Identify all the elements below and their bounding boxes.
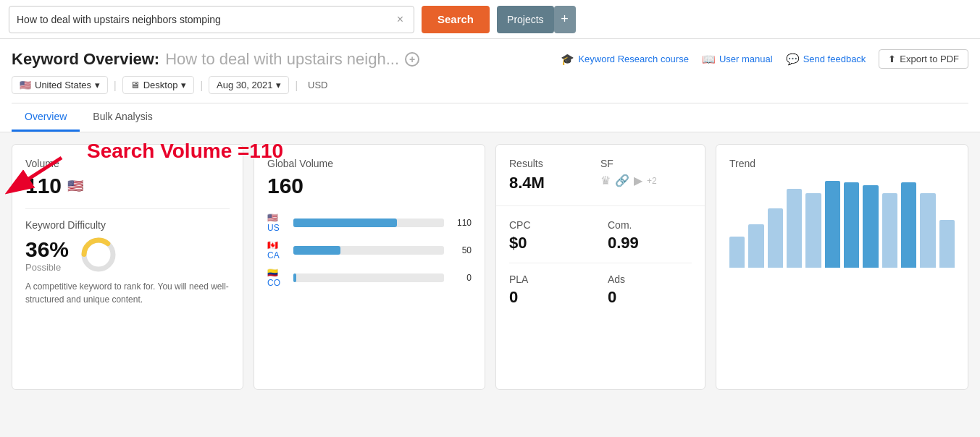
co-bar-label: 🇨🇴 CO [267, 268, 288, 288]
filter-sep-2: | [197, 80, 206, 91]
kd-donut-chart [79, 235, 118, 274]
kd-possible: Possible [25, 262, 69, 273]
filter-sep-3: | [292, 80, 301, 91]
title-prefix: Keyword Overview: [12, 50, 159, 69]
results-col: Results 8.4M [509, 158, 600, 192]
us-bar-label: 🇺🇸 US [267, 213, 288, 233]
send-feedback-link[interactable]: 💬 Send feedback [786, 53, 866, 66]
search-input[interactable] [17, 14, 394, 25]
trend-bar [863, 185, 878, 268]
kd-value: 36% [25, 237, 69, 262]
tabs-row: Overview Bulk Analysis [12, 103, 968, 132]
main-content: Search Volume =110 Volume 110 🇺🇸 Keyword… [0, 132, 980, 402]
date-label: Aug 30, 2021 [217, 80, 272, 90]
add-keyword-icon[interactable]: + [405, 52, 419, 67]
com-value: 0.99 [608, 234, 692, 253]
trend-chart [729, 174, 955, 268]
projects-plus-button[interactable]: + [554, 6, 576, 33]
trend-bar [768, 208, 783, 268]
graduation-icon: 🎓 [561, 53, 574, 66]
global-volume-card: Global Volume 160 🇺🇸 US 110 🇨🇦 CA 50 [254, 144, 485, 390]
pla-metric: PLA 0 [509, 273, 593, 307]
cpc-metric: CPC $0 [509, 219, 593, 253]
user-manual-label: User manual [719, 54, 773, 64]
us-bar-value: 110 [450, 218, 472, 228]
chevron-down-icon: ▾ [95, 80, 100, 90]
filter-sep-1: | [111, 80, 120, 91]
device-label: Desktop [143, 80, 178, 90]
keyword-research-course-link[interactable]: 🎓 Keyword Research course [561, 53, 688, 66]
trend-bar [825, 181, 840, 268]
ca-bar-track [293, 246, 444, 255]
trend-bar [920, 193, 935, 268]
ca-bar-fill [293, 246, 340, 255]
ads-value: 0 [608, 288, 692, 307]
search-button[interactable]: Search [422, 6, 490, 33]
sf-icons: ♛ 🔗 ▶ +2 [600, 174, 692, 187]
pla-label: PLA [509, 273, 593, 285]
kd-label: Keyword Difficulty [25, 219, 230, 231]
book-icon: 📖 [702, 53, 716, 66]
country-label: United States [35, 80, 91, 90]
results-label: Results [509, 158, 600, 169]
co-bar-track [293, 273, 444, 282]
top-bar: × Search Projects + [0, 0, 980, 39]
sf-plus-label: +2 [647, 176, 657, 186]
crown-icon: ♛ [600, 174, 611, 187]
tab-overview[interactable]: Overview [12, 103, 80, 132]
trend-bar [805, 193, 821, 268]
export-button[interactable]: ⬆ Export to PDF [879, 49, 968, 69]
user-manual-link[interactable]: 📖 User manual [702, 53, 773, 66]
date-filter[interactable]: Aug 30, 2021 ▾ [209, 76, 289, 94]
ads-metric: Ads 0 [608, 273, 692, 307]
com-metric: Com. 0.99 [608, 219, 692, 253]
cpc-label: CPC [509, 219, 593, 231]
header-section: Keyword Overview: How to deal with upsta… [0, 39, 980, 132]
trend-label: Trend [729, 158, 955, 169]
clear-icon[interactable]: × [394, 12, 406, 27]
results-top: Results 8.4M SF ♛ 🔗 ▶ +2 [496, 145, 705, 206]
kd-row: 36% Possible [25, 235, 230, 274]
trend-card: Trend [716, 144, 968, 390]
header-top: Keyword Overview: How to deal with upsta… [12, 49, 968, 69]
results-bottom: CPC $0 Com. 0.99 PLA 0 Ads 0 [496, 206, 705, 320]
export-icon: ⬆ [888, 54, 896, 64]
trend-bar [729, 237, 745, 268]
country-filter[interactable]: 🇺🇸 United States ▾ [12, 76, 108, 94]
volume-value: 110 [25, 174, 62, 198]
export-label: Export to PDF [900, 54, 959, 64]
title-keyword: How to deal with upstairs neigh... [165, 50, 399, 69]
volume-divider [25, 208, 230, 209]
device-filter[interactable]: 🖥 Desktop ▾ [122, 76, 195, 94]
trend-bar [882, 193, 897, 268]
chat-icon: 💬 [786, 53, 800, 66]
results-card: Results 8.4M SF ♛ 🔗 ▶ +2 CPC [495, 144, 705, 390]
send-feedback-label: Send feedback [803, 54, 866, 64]
us-flag-volume-icon: 🇺🇸 [67, 178, 83, 194]
search-box: × [9, 6, 414, 33]
trend-bar [787, 189, 802, 268]
metrics-grid: CPC $0 Com. 0.99 [509, 219, 692, 253]
co-bar-value: 0 [450, 273, 472, 283]
currency-label: USD [303, 77, 332, 93]
pla-value: 0 [509, 288, 593, 307]
global-bars: 🇺🇸 US 110 🇨🇦 CA 50 🇨🇴 CO [267, 213, 472, 288]
ads-label: Ads [608, 273, 692, 285]
cpc-value: $0 [509, 234, 593, 253]
kd-desc: A competitive keyword to rank for. You w… [25, 280, 230, 306]
bar-row-co: 🇨🇴 CO 0 [267, 268, 472, 288]
metrics-grid-2: PLA 0 Ads 0 [509, 273, 692, 307]
ca-bar-value: 50 [450, 245, 472, 255]
global-volume-value: 160 [267, 174, 472, 198]
volume-card: Volume 110 🇺🇸 Keyword Difficulty 36% Pos… [12, 144, 243, 390]
metrics-divider [509, 263, 692, 263]
tab-bulk-analysis[interactable]: Bulk Analysis [80, 103, 165, 132]
page-title: Keyword Overview: How to deal with upsta… [12, 50, 419, 69]
us-flag-icon: 🇺🇸 [20, 80, 31, 90]
us-bar-fill [293, 218, 397, 227]
us-bar-track [293, 218, 444, 227]
chevron-down-icon-3: ▾ [276, 80, 281, 90]
trend-bar [939, 220, 955, 268]
projects-button[interactable]: Projects [497, 6, 554, 33]
global-volume-label: Global Volume [267, 158, 472, 169]
